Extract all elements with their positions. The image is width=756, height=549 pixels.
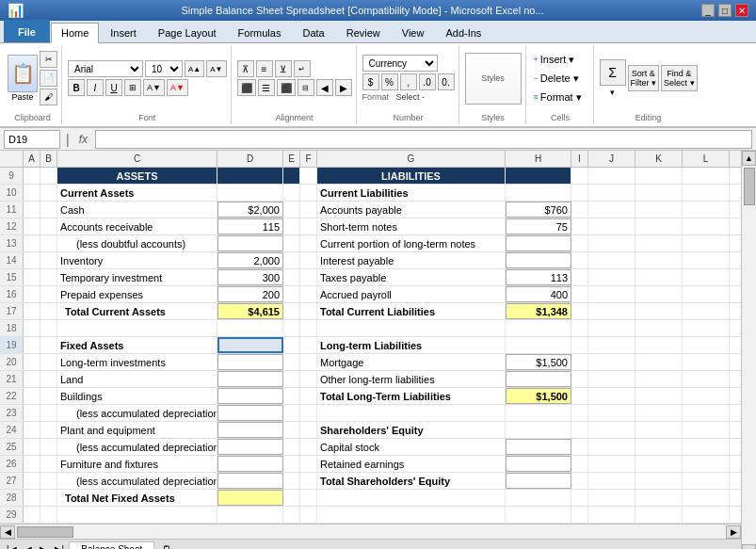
- cell-j14[interactable]: [588, 252, 635, 268]
- cell-b14[interactable]: [40, 252, 57, 268]
- cell-g21[interactable]: Other long-term liabilities: [317, 371, 506, 387]
- cell-c25[interactable]: (less accumulated depreciation): [57, 439, 217, 455]
- cell-g19[interactable]: Long-term Liabilities: [317, 337, 506, 353]
- cell-b9[interactable]: [40, 168, 57, 184]
- sheet-nav-prev[interactable]: ◀: [22, 544, 35, 549]
- cell-l16[interactable]: [683, 286, 730, 302]
- cell-l10[interactable]: [683, 185, 730, 201]
- scroll-thumb-h[interactable]: [17, 526, 73, 538]
- cell-l18[interactable]: [683, 320, 730, 336]
- cell-i12[interactable]: [571, 218, 588, 234]
- cell-b18[interactable]: [40, 320, 57, 336]
- sort-filter-btn[interactable]: Sort &Filter ▾: [628, 65, 660, 91]
- cell-k15[interactable]: [635, 269, 683, 285]
- cell-i28[interactable]: [571, 490, 588, 506]
- cell-g23[interactable]: [317, 405, 506, 421]
- cell-d11[interactable]: $2,000: [217, 202, 283, 218]
- cell-h16[interactable]: 400: [506, 286, 571, 302]
- cell-h25[interactable]: [506, 439, 571, 455]
- cell-d20[interactable]: [217, 354, 283, 370]
- cell-j16[interactable]: [588, 286, 635, 302]
- cell-i23[interactable]: [571, 405, 588, 421]
- cell-a28[interactable]: [24, 490, 40, 506]
- cell-e16[interactable]: [283, 286, 300, 302]
- scroll-track-v[interactable]: [742, 166, 756, 544]
- cell-h10[interactable]: [506, 185, 571, 201]
- cell-e18[interactable]: [283, 320, 300, 336]
- cell-g17[interactable]: Total Current Liabilities: [317, 303, 506, 319]
- cell-c11[interactable]: Cash: [57, 202, 217, 218]
- cell-i15[interactable]: [571, 269, 588, 285]
- tab-insert[interactable]: Insert: [100, 22, 147, 42]
- find-select-btn[interactable]: Find &Select ▾: [661, 65, 698, 91]
- cell-i11[interactable]: [571, 202, 588, 218]
- cell-f16[interactable]: [300, 286, 317, 302]
- cell-i16[interactable]: [571, 286, 588, 302]
- tab-view[interactable]: View: [392, 22, 435, 42]
- font-family-select[interactable]: Arial: [68, 60, 143, 77]
- cell-g11[interactable]: Accounts payable: [317, 202, 506, 218]
- cell-a25[interactable]: [24, 439, 40, 455]
- cell-a17[interactable]: [24, 303, 40, 319]
- cell-l12[interactable]: [683, 218, 730, 234]
- cell-j9[interactable]: [588, 168, 635, 184]
- cell-g16[interactable]: Accrued payroll: [317, 286, 506, 302]
- sheet-tab-new[interactable]: 🗒: [158, 544, 175, 549]
- cell-j24[interactable]: [588, 422, 635, 438]
- cell-k22[interactable]: [635, 388, 683, 404]
- cell-e11[interactable]: [283, 202, 300, 218]
- tab-home[interactable]: Home: [51, 23, 99, 43]
- cell-a15[interactable]: [24, 269, 40, 285]
- cell-b20[interactable]: [40, 354, 57, 370]
- cell-a14[interactable]: [24, 252, 40, 268]
- cell-d24[interactable]: [217, 422, 283, 438]
- insert-cells-btn[interactable]: + Insert ▾: [532, 51, 577, 68]
- indent-increase-btn[interactable]: ▶: [335, 79, 352, 96]
- col-header-m[interactable]: M: [730, 151, 741, 167]
- cell-i26[interactable]: [571, 456, 588, 472]
- cell-c24[interactable]: Plant and equipment: [57, 422, 217, 438]
- cell-m18[interactable]: [730, 320, 741, 336]
- cell-i24[interactable]: [571, 422, 588, 438]
- cell-d18[interactable]: [217, 320, 283, 336]
- cell-f28[interactable]: [300, 490, 317, 506]
- cell-c14[interactable]: Inventory: [57, 252, 217, 268]
- cell-k13[interactable]: [635, 235, 683, 251]
- cell-d10[interactable]: [217, 185, 283, 201]
- cell-i29[interactable]: [571, 507, 588, 523]
- cell-b27[interactable]: [40, 473, 57, 489]
- cell-f9[interactable]: [300, 168, 317, 184]
- cell-c22[interactable]: Buildings: [57, 388, 217, 404]
- cell-a20[interactable]: [24, 354, 40, 370]
- cell-h13[interactable]: [506, 235, 571, 251]
- cell-i17[interactable]: [571, 303, 588, 319]
- cell-a19[interactable]: [24, 337, 40, 353]
- align-top-btn[interactable]: ⊼: [237, 60, 254, 77]
- scroll-up-btn[interactable]: ▲: [742, 151, 756, 166]
- cell-g9[interactable]: LIABILITIES: [317, 168, 506, 184]
- cell-m14[interactable]: [730, 252, 741, 268]
- cell-j29[interactable]: [588, 507, 635, 523]
- cell-a22[interactable]: [24, 388, 40, 404]
- cell-g20[interactable]: Mortgage: [317, 354, 506, 370]
- cell-k19[interactable]: [635, 337, 683, 353]
- cell-c26[interactable]: Furniture and fixtures: [57, 456, 217, 472]
- sum-btn[interactable]: Σ: [600, 59, 626, 86]
- cell-m25[interactable]: [730, 439, 741, 455]
- cell-h11[interactable]: $760: [506, 202, 571, 218]
- cell-h14[interactable]: [506, 252, 571, 268]
- cell-f19[interactable]: [300, 337, 317, 353]
- scroll-right-btn[interactable]: ▶: [726, 525, 741, 539]
- cut-button[interactable]: ✂: [40, 51, 57, 68]
- cell-f21[interactable]: [300, 371, 317, 387]
- cell-d21[interactable]: [217, 371, 283, 387]
- italic-button[interactable]: I: [87, 79, 104, 96]
- cell-l14[interactable]: [683, 252, 730, 268]
- new-sheet-icon[interactable]: 🗒: [158, 544, 175, 549]
- cell-a18[interactable]: [24, 320, 40, 336]
- merge-btn[interactable]: ⊟: [298, 79, 314, 96]
- cell-j25[interactable]: [588, 439, 635, 455]
- cell-e9[interactable]: [283, 168, 300, 184]
- cell-g24[interactable]: Shareholders' Equity: [317, 422, 506, 438]
- cell-h29[interactable]: [506, 507, 571, 523]
